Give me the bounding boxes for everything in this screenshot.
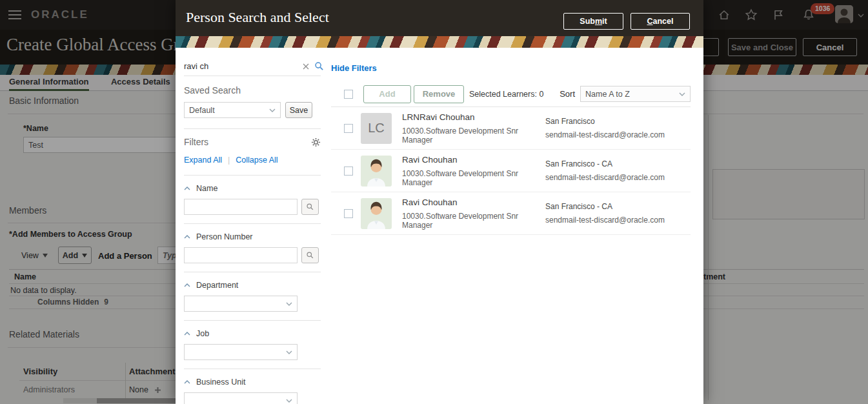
cancel-button[interactable]: Cancel [631,13,690,30]
remove-selected-button[interactable]: Remove [414,85,464,103]
divider [184,272,321,272]
chevron-down-icon [286,350,292,354]
avatar-initials: LC [361,113,392,144]
person-location: San Francisco [545,117,665,126]
person-photo-icon [361,156,392,187]
person-email: sendmail-test-discard@oracle.com [545,173,665,182]
filter-group-business-unit[interactable]: Business Unit [184,378,321,387]
job-select[interactable] [184,344,298,360]
name-filter-input[interactable] [184,199,298,215]
filter-group-name[interactable]: Name [184,184,321,193]
person-number-filter-search-button[interactable] [301,247,319,263]
person-name: Ravi Chouhan [402,155,545,165]
chevron-down-icon [286,399,292,403]
saved-search-controls: Default Save [184,102,321,118]
expand-all-link[interactable]: Expand All [184,156,222,165]
gear-icon[interactable] [311,137,321,147]
person-main-info: Ravi Chouhan 10030.Software Development … [402,197,545,230]
chevron-up-icon [184,380,190,384]
chevron-up-icon [184,187,190,190]
selected-learners-count: Selected Learners: 0 [469,90,543,99]
person-contact-info: San Francisco - CA sendmail-test-discard… [545,159,665,182]
add-selected-button[interactable]: Add [363,85,411,103]
business-unit-select[interactable] [184,392,298,404]
person-main-info: Ravi Chouhan 10030.Software Development … [402,155,545,187]
hide-filters-link[interactable]: Hide Filters [331,63,691,73]
business-unit-filter-control [184,392,321,404]
chevron-down-icon [269,108,276,112]
divider [184,320,321,321]
person-contact-info: San Francisco sendmail-test-discard@orac… [545,117,665,139]
modal-title: Person Search and Select [186,9,329,26]
person-name: LRNRavi Chouhan [402,112,545,122]
name-filter-control [184,199,321,215]
application-window: ORACLE 1036 Create Global Access Gro Sav… [0,0,868,404]
saved-search-select[interactable]: Default [184,102,281,118]
person-photo-icon [361,198,392,229]
chevron-up-icon [184,235,190,239]
search-results-panel: Hide Filters Add Remove Selected Learner… [331,56,691,235]
person-job-title: 10030.Software Development Snr Manager [402,126,545,145]
divider [184,369,321,369]
chevron-down-icon [286,302,292,306]
collapse-all-link[interactable]: Collapse All [236,156,278,165]
divider [184,223,321,224]
chevron-up-icon [184,283,190,287]
person-job-title: 10030.Software Development Snr Manager [402,212,545,230]
person-main-info: LRNRavi Chouhan 10030.Software Developme… [402,112,545,145]
result-row: Ravi Chouhan 10030.Software Development … [331,192,691,235]
chevron-down-icon [679,92,685,96]
job-filter-control [184,344,321,360]
filters-heading: Filters [184,137,208,147]
clear-search-icon[interactable] [303,63,309,70]
filters-heading-row: Filters [184,137,321,147]
person-number-filter-input[interactable] [184,247,298,263]
keyword-search-input[interactable] [184,61,298,71]
filter-links: Expand All | Collapse All [184,156,321,165]
divider [184,128,321,129]
keyword-search-box [184,57,321,76]
filter-group-department[interactable]: Department [184,281,321,290]
person-number-filter-control [184,247,321,263]
person-contact-info: San Francisco - CA sendmail-test-discard… [545,202,665,225]
chevron-up-icon [184,332,190,336]
modal-header: Person Search and Select Submit Cancel [176,0,703,36]
divider [184,175,321,176]
modal-decorative-banner [176,36,703,48]
department-select[interactable] [184,296,298,312]
department-filter-control [184,296,321,312]
saved-search-heading: Saved Search [184,85,321,96]
person-location: San Francisco - CA [545,202,665,211]
row-checkbox[interactable] [344,124,353,133]
person-email: sendmail-test-discard@oracle.com [545,216,665,225]
filter-group-job[interactable]: Job [184,329,321,338]
avatar-photo [361,156,392,187]
name-filter-search-button[interactable] [301,199,319,215]
select-all-checkbox[interactable] [344,90,353,99]
row-checkbox[interactable] [344,167,353,176]
person-location: San Francisco - CA [545,159,665,168]
submit-button[interactable]: Submit [563,13,623,30]
search-icon[interactable] [314,61,324,71]
person-job-title: 10030.Software Development Snr Manager [402,169,545,187]
sort-label: Sort [560,89,575,99]
results-toolbar: Add Remove Selected Learners: 0 Sort Nam… [331,81,691,107]
filter-group-person-number[interactable]: Person Number [184,232,321,241]
result-row: LC LRNRavi Chouhan 10030.Software Develo… [331,107,691,150]
filter-panel: Saved Search Default Save Filters Expand… [184,57,321,404]
row-checkbox[interactable] [344,209,353,218]
save-search-button[interactable]: Save [285,102,312,118]
sort-select[interactable]: Name A to Z [580,86,691,102]
result-row: Ravi Chouhan 10030.Software Development … [331,150,691,192]
person-email: sendmail-test-discard@oracle.com [545,130,665,139]
person-name: Ravi Chouhan [402,197,545,207]
person-search-modal: Person Search and Select Submit Cancel S… [176,0,703,404]
avatar-photo [361,198,392,229]
